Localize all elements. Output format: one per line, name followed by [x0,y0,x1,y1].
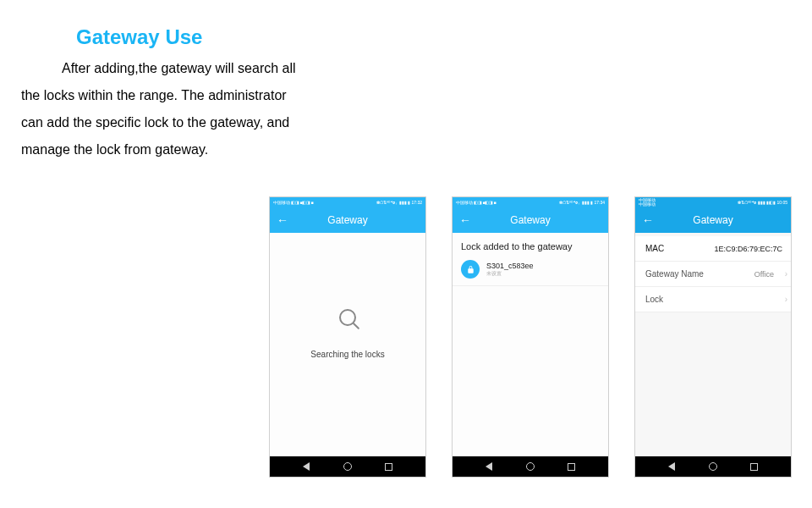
nav-recent-icon[interactable] [750,463,758,471]
title-bar: ← Gateway [270,207,425,233]
android-nav-bar [635,456,791,477]
chevron-right-icon: › [785,295,787,304]
android-nav-bar [453,456,608,477]
lock-list-item[interactable]: S301_c583ee 未设置 [453,257,608,286]
section-heading: Gateway Use [76,25,202,49]
lock-subtext: 未设置 [486,271,534,277]
screen-content: MAC 1E:C9:D6:79:EC:7C Gateway Name Offic… [635,233,791,456]
searching-text: Searching the locks [270,350,425,359]
screen-content: Lock added to the gateway S301_c583ee 未设… [453,233,608,456]
lock-name: S301_c583ee [486,262,534,270]
title-bar: ← Gateway [453,207,608,233]
nav-back-icon[interactable] [668,462,675,471]
screen-title: Gateway [453,214,608,226]
screen-title: Gateway [635,214,791,226]
mac-label: MAC [645,244,664,253]
lock-icon [461,260,480,279]
lock-info: S301_c583ee 未设置 [486,262,534,276]
screen-content: Searching the locks [270,233,425,456]
searching-block: Searching the locks [270,309,425,359]
phone-lock-added: 中国移动 ◧◨■◧◨■ ✽☖⇅ᴴᴰ ⁴ɢ₊ ▮▮▮ ▮ 17:34 ← Gate… [452,196,609,478]
status-bar: 中国移动 中国移动 ✽⇅☖ᴴᴰ ⁴ɢ ▮▮▮ ▮◧▮ 10:05 [635,197,791,207]
back-icon[interactable]: ← [642,214,654,226]
chevron-right-icon: › [785,269,787,279]
status-bar: 中国移动 ◧◨■◧◨■ ✽☖⇅ᴴᴰ ⁴ɢ₊ ▮▮▮ ▮ 17:32 [270,197,425,207]
back-icon[interactable]: ← [459,214,471,226]
detail-row-mac: MAC 1E:C9:D6:79:EC:7C [635,236,791,262]
nav-back-icon[interactable] [486,462,492,471]
nav-recent-icon[interactable] [568,463,575,471]
status-left: 中国移动 ◧◨■◧◨■ [456,200,496,205]
status-right: ✽☖⇅ᴴᴰ ⁴ɢ₊ ▮▮▮ ▮ 17:34 [559,200,605,205]
description-text: After adding,the gateway will search all… [21,61,296,157]
gateway-name-label: Gateway Name [645,269,704,279]
status-right: ✽⇅☖ᴴᴰ ⁴ɢ ▮▮▮ ▮◧▮ 10:05 [738,200,787,205]
detail-row-gateway-name[interactable]: Gateway Name Office › [635,262,791,287]
mac-value: 1E:C9:D6:79:EC:7C [714,245,782,253]
status-left: 中国移动 ◧◨■◧◨■ [273,200,313,205]
nav-recent-icon[interactable] [385,463,392,471]
search-icon [339,309,356,326]
lock-label: Lock [645,295,663,304]
gateway-name-value: Office [754,270,782,279]
detail-list: MAC 1E:C9:D6:79:EC:7C Gateway Name Offic… [635,233,791,312]
phone-screenshots-row: 中国移动 ◧◨■◧◨■ ✽☖⇅ᴴᴰ ⁴ɢ₊ ▮▮▮ ▮ 17:32 ← Gate… [269,196,792,478]
back-icon[interactable]: ← [277,214,288,226]
list-subheader: Lock added to the gateway [453,233,608,257]
detail-row-lock[interactable]: Lock › [635,287,791,312]
status-left: 中国移动 中国移动 [639,198,656,207]
android-nav-bar [270,456,425,477]
nav-home-icon[interactable] [343,462,352,471]
status-right: ✽☖⇅ᴴᴰ ⁴ɢ₊ ▮▮▮ ▮ 17:32 [376,200,422,205]
status-bar: 中国移动 ◧◨■◧◨■ ✽☖⇅ᴴᴰ ⁴ɢ₊ ▮▮▮ ▮ 17:34 [453,197,608,207]
title-bar: ← Gateway [635,207,791,233]
phone-searching: 中国移动 ◧◨■◧◨■ ✽☖⇅ᴴᴰ ⁴ɢ₊ ▮▮▮ ▮ 17:32 ← Gate… [269,196,426,478]
section-description: After adding,the gateway will search all… [21,55,300,163]
nav-home-icon[interactable] [526,462,535,471]
screen-title: Gateway [270,214,425,226]
phone-gateway-detail: 中国移动 中国移动 ✽⇅☖ᴴᴰ ⁴ɢ ▮▮▮ ▮◧▮ 10:05 ← Gatew… [634,196,792,478]
nav-back-icon[interactable] [303,462,310,471]
nav-home-icon[interactable] [709,462,717,471]
